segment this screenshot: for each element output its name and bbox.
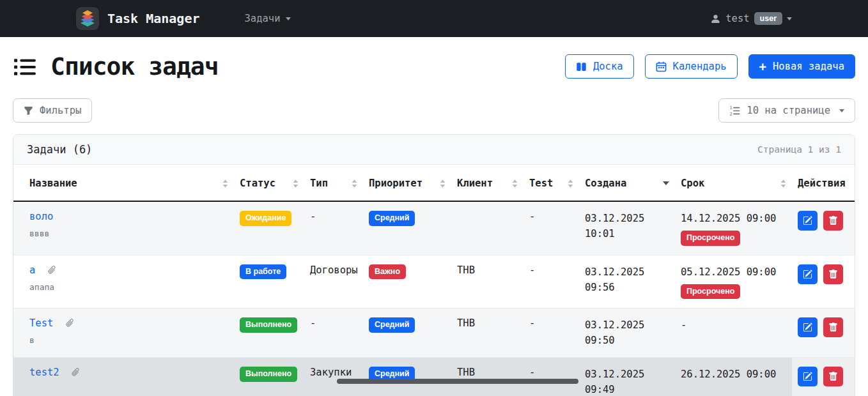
user-menu[interactable]: test user bbox=[710, 12, 792, 25]
task-row[interactable]: test2 Выполнено Закупки Средний ТНВ - 03… bbox=[13, 358, 855, 396]
new-task-button[interactable]: + Новая задача bbox=[748, 54, 855, 79]
filters-button[interactable]: Фильтры bbox=[13, 98, 92, 123]
task-name-link[interactable]: Test bbox=[29, 317, 53, 329]
client-cell: ТНВ bbox=[451, 358, 523, 396]
due-date: - bbox=[681, 317, 786, 333]
task-name-cell: воло вввв bbox=[13, 201, 234, 255]
test-cell: - bbox=[523, 308, 579, 358]
sort-desc-icon[interactable] bbox=[663, 181, 669, 185]
user-role-badge: user bbox=[754, 12, 782, 25]
type-cell: - bbox=[304, 308, 363, 358]
per-page-dropdown[interactable]: 1 2 10 на странице bbox=[718, 98, 855, 123]
sort-icon[interactable] bbox=[352, 179, 357, 188]
delete-task-button[interactable] bbox=[823, 367, 843, 386]
edit-task-button[interactable] bbox=[798, 367, 818, 386]
pencil-square-icon bbox=[803, 216, 812, 225]
client-cell: ТНВ bbox=[451, 308, 523, 358]
top-navbar: Task Manager Задачи test user bbox=[0, 0, 868, 37]
board-view-button[interactable]: Доска bbox=[565, 54, 634, 79]
actions-cell bbox=[792, 308, 855, 358]
pagination-status: Страница 1 из 1 bbox=[757, 144, 841, 155]
trash-icon bbox=[828, 270, 838, 279]
type-cell: Договоры bbox=[304, 255, 363, 308]
task-name-link[interactable]: test2 bbox=[29, 367, 59, 378]
nav-item-tasks[interactable]: Задачи bbox=[245, 13, 291, 24]
task-row[interactable]: a апапа В работе Договоры Важно ТНВ - 03… bbox=[13, 255, 855, 308]
column-header[interactable]: Создана bbox=[579, 165, 675, 201]
edit-task-button[interactable] bbox=[798, 211, 818, 231]
task-name-link[interactable]: a bbox=[29, 264, 35, 276]
edit-task-button[interactable] bbox=[798, 264, 818, 284]
client-cell bbox=[451, 201, 523, 255]
plus-icon: + bbox=[759, 62, 766, 71]
overdue-badge: Просрочено bbox=[681, 231, 740, 246]
column-header[interactable]: Приоритет bbox=[363, 165, 451, 201]
overdue-badge: Просрочено bbox=[681, 284, 740, 300]
task-row[interactable]: воло вввв Ожидание - Средний - 03.12.202… bbox=[13, 201, 855, 255]
per-page-label: 10 на странице bbox=[747, 105, 830, 116]
actions-cell bbox=[792, 201, 855, 255]
test-cell: - bbox=[523, 358, 579, 396]
priority-cell: Средний bbox=[363, 308, 451, 358]
column-label: Test bbox=[529, 178, 553, 189]
brand-title: Task Manager bbox=[107, 11, 200, 26]
column-label: Статус bbox=[240, 178, 275, 189]
column-label: Приоритет bbox=[369, 178, 422, 189]
paperclip-icon bbox=[45, 263, 59, 277]
column-header[interactable]: Клиент bbox=[451, 165, 523, 201]
sort-icon[interactable] bbox=[568, 179, 573, 188]
status-badge: Выполнено bbox=[240, 317, 297, 333]
sort-icon[interactable] bbox=[512, 179, 518, 188]
board-icon bbox=[576, 61, 587, 72]
table-header-row: Название Статус Тип Приоритет bbox=[13, 165, 855, 201]
created-date: 03.12.2025 bbox=[585, 264, 669, 280]
created-time: 09:56 bbox=[585, 280, 669, 295]
pencil-square-icon bbox=[803, 270, 812, 279]
type-cell: Закупки bbox=[304, 358, 363, 396]
filter-icon bbox=[24, 106, 33, 116]
delete-task-button[interactable] bbox=[823, 317, 843, 337]
person-icon bbox=[710, 13, 721, 24]
edit-task-button[interactable] bbox=[798, 317, 818, 337]
delete-task-button[interactable] bbox=[823, 211, 843, 231]
due-cell: 05.12.2025 09:00 Просрочено bbox=[675, 255, 792, 308]
trash-icon bbox=[828, 372, 838, 381]
task-row[interactable]: Test в Выполнено - Средний ТНВ - 03.12.2… bbox=[13, 308, 855, 358]
pencil-square-icon bbox=[803, 372, 812, 381]
column-label: Действия bbox=[798, 178, 846, 189]
task-subtitle: апапа bbox=[29, 282, 228, 292]
created-time: 09:50 bbox=[585, 333, 669, 348]
created-time: 09:49 bbox=[585, 382, 669, 396]
tasks-card: Задачи (6) Страница 1 из 1 Название Стат… bbox=[13, 134, 855, 396]
column-header[interactable]: Test bbox=[523, 165, 579, 201]
column-header[interactable]: Статус bbox=[234, 165, 304, 201]
sort-icon[interactable] bbox=[440, 179, 446, 188]
type-cell: - bbox=[304, 201, 363, 255]
column-header[interactable]: Название bbox=[13, 165, 234, 201]
created-cell: 03.12.2025 10:01 bbox=[579, 201, 675, 255]
calendar-view-button[interactable]: Календарь bbox=[645, 54, 738, 79]
status-cell: Ожидание bbox=[234, 201, 304, 255]
column-header[interactable]: Действия bbox=[792, 165, 855, 201]
horizontal-scrollbar-thumb[interactable] bbox=[337, 379, 578, 384]
due-cell: - bbox=[675, 308, 792, 358]
column-header[interactable]: Срок bbox=[675, 165, 792, 201]
sort-icon[interactable] bbox=[780, 179, 786, 188]
trash-icon bbox=[828, 216, 838, 225]
tasks-table-wrap: Название Статус Тип Приоритет bbox=[13, 165, 855, 396]
sort-icon[interactable] bbox=[293, 179, 298, 188]
actions-cell bbox=[792, 358, 855, 396]
created-date: 03.12.2025 bbox=[585, 211, 669, 226]
status-badge: В работе bbox=[240, 264, 286, 280]
priority-badge: Средний bbox=[369, 211, 415, 226]
chevron-down-icon bbox=[286, 17, 291, 20]
brand[interactable]: Task Manager bbox=[76, 7, 200, 30]
due-date: 05.12.2025 09:00 bbox=[681, 264, 786, 280]
delete-task-button[interactable] bbox=[823, 264, 843, 284]
actions-cell bbox=[792, 255, 855, 308]
column-header[interactable]: Тип bbox=[304, 165, 363, 201]
task-name-link[interactable]: воло bbox=[29, 211, 53, 222]
sort-icon[interactable] bbox=[222, 179, 228, 188]
created-cell: 03.12.2025 09:56 bbox=[579, 255, 675, 308]
priority-cell: Средний bbox=[363, 358, 451, 396]
